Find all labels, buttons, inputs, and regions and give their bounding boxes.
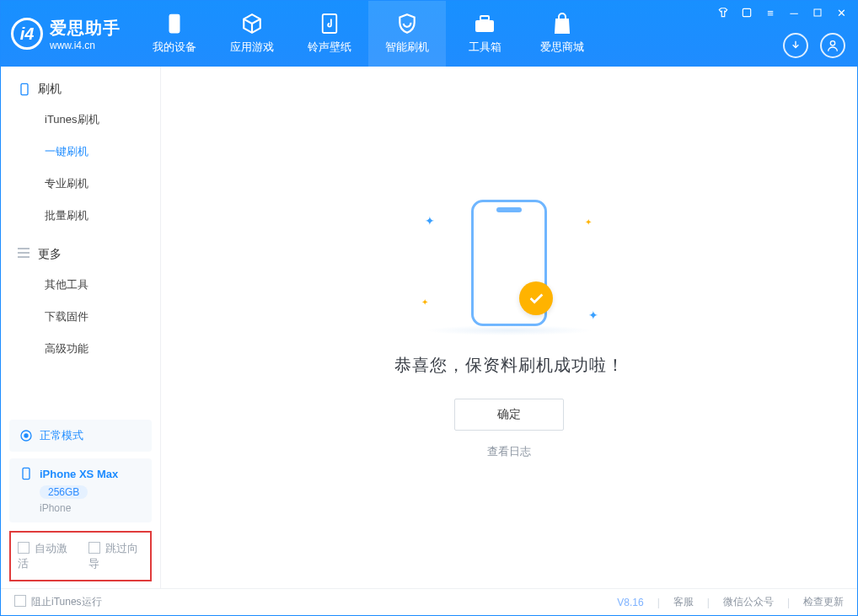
svg-rect-4 bbox=[475, 20, 494, 32]
svg-rect-7 bbox=[21, 83, 28, 94]
svg-rect-5 bbox=[480, 16, 489, 20]
cube-icon bbox=[241, 13, 263, 35]
sidebar-item-itunes-flash[interactable]: iTunes刷机 bbox=[1, 104, 160, 136]
tab-label: 爱思商城 bbox=[540, 40, 584, 55]
device-mode-label: 正常模式 bbox=[40, 428, 83, 443]
device-name-label: iPhone XS Max bbox=[40, 468, 118, 480]
checkbox-block-itunes[interactable]: 阻止iTunes运行 bbox=[14, 595, 102, 609]
separator: | bbox=[707, 597, 710, 608]
separator: | bbox=[787, 597, 790, 608]
check-badge-icon bbox=[519, 281, 553, 315]
checkbox-auto-activate[interactable]: 自动激活 bbox=[18, 541, 73, 571]
version-label: V8.16 bbox=[617, 597, 643, 608]
tab-label: 工具箱 bbox=[469, 40, 501, 55]
device-info-box[interactable]: iPhone XS Max 256GB iPhone bbox=[9, 458, 152, 522]
shadow-ellipse bbox=[425, 325, 593, 335]
svg-rect-0 bbox=[743, 8, 750, 16]
footer: 阻止iTunes运行 V8.16 | 客服 | 微信公众号 | 检查更新 bbox=[1, 588, 857, 615]
body: 刷机 iTunes刷机 一键刷机 专业刷机 批量刷机 更多 其他工具 下载固件 … bbox=[1, 67, 857, 588]
checkbox-icon bbox=[18, 542, 29, 554]
tab-ringtones[interactable]: 铃声壁纸 bbox=[291, 1, 368, 67]
sidebar-head-more: 更多 bbox=[1, 247, 160, 269]
phone-small-icon bbox=[19, 467, 33, 480]
sidebar-item-pro-flash[interactable]: 专业刷机 bbox=[1, 168, 160, 200]
user-button[interactable] bbox=[820, 33, 845, 58]
tab-label: 智能刷机 bbox=[385, 40, 429, 55]
sidebar: 刷机 iTunes刷机 一键刷机 专业刷机 批量刷机 更多 其他工具 下载固件 … bbox=[1, 67, 161, 588]
checkbox-icon bbox=[14, 595, 26, 607]
sparkle-icon: ✦ bbox=[585, 217, 592, 227]
close-icon[interactable]: ✕ bbox=[834, 6, 849, 19]
sidebar-section-title: 更多 bbox=[38, 247, 62, 262]
sparkle-icon: ✦ bbox=[425, 214, 435, 228]
list-icon bbox=[18, 248, 31, 261]
sync-icon bbox=[19, 429, 33, 442]
download-button[interactable] bbox=[783, 33, 808, 58]
tab-label: 应用游戏 bbox=[230, 40, 274, 55]
sidebar-section-title: 刷机 bbox=[38, 82, 62, 97]
check-update-link[interactable]: 检查更新 bbox=[803, 595, 844, 609]
tab-flash[interactable]: 智能刷机 bbox=[368, 1, 446, 67]
tab-label: 我的设备 bbox=[153, 40, 196, 55]
header: ≡ ─ ✕ i4 爱思助手 www.i4.cn 我的设备 bbox=[1, 1, 857, 67]
sidebar-item-download-firmware[interactable]: 下载固件 bbox=[1, 301, 160, 333]
window-controls: ≡ ─ ✕ bbox=[716, 6, 849, 19]
wechat-link[interactable]: 微信公众号 bbox=[723, 595, 774, 609]
header-tabs: 我的设备 应用游戏 铃声壁纸 智能刷机 bbox=[136, 1, 601, 67]
minimize-icon[interactable]: ─ bbox=[786, 6, 802, 19]
music-file-icon bbox=[319, 13, 341, 35]
tab-apps-games[interactable]: 应用游戏 bbox=[213, 1, 291, 67]
svg-rect-2 bbox=[169, 14, 180, 34]
sparkle-icon: ✦ bbox=[588, 308, 598, 322]
sidebar-item-batch-flash[interactable]: 批量刷机 bbox=[1, 200, 160, 232]
main-content: ✦ ✦ ✦ ✦ 恭喜您，保资料刷机成功啦！ 确定 查看日志 bbox=[161, 67, 857, 588]
device-mode-box[interactable]: 正常模式 bbox=[9, 420, 152, 452]
app-name: 爱思助手 bbox=[50, 17, 121, 40]
sidebar-item-oneclick-flash[interactable]: 一键刷机 bbox=[1, 136, 160, 168]
sparkle-icon: ✦ bbox=[421, 297, 428, 307]
view-log-link[interactable]: 查看日志 bbox=[487, 444, 531, 459]
tab-toolbox[interactable]: 工具箱 bbox=[446, 1, 523, 67]
device-type-label: iPhone bbox=[40, 502, 142, 514]
app-window: ≡ ─ ✕ i4 爱思助手 www.i4.cn 我的设备 bbox=[0, 0, 858, 616]
sidebar-item-other-tools[interactable]: 其他工具 bbox=[1, 269, 160, 301]
tab-label: 铃声壁纸 bbox=[308, 40, 351, 55]
svg-rect-9 bbox=[23, 468, 29, 479]
success-message: 恭喜您，保资料刷机成功啦！ bbox=[394, 354, 625, 377]
svg-rect-1 bbox=[814, 9, 821, 16]
shirt-icon[interactable] bbox=[716, 6, 731, 19]
checkbox-label: 阻止iTunes运行 bbox=[31, 596, 102, 608]
logo-text: 爱思助手 www.i4.cn bbox=[50, 17, 121, 51]
tab-store[interactable]: 爱思商城 bbox=[523, 1, 601, 67]
logo-badge-icon: i4 bbox=[11, 18, 43, 50]
device-storage-pill: 256GB bbox=[40, 485, 88, 499]
menu-icon[interactable]: ≡ bbox=[763, 6, 778, 19]
highlighted-options: 自动激活 跳过向导 bbox=[9, 531, 152, 581]
device-icon bbox=[164, 13, 185, 35]
tab-my-device[interactable]: 我的设备 bbox=[136, 1, 213, 67]
refresh-shield-icon bbox=[396, 13, 418, 35]
phone-icon bbox=[18, 83, 31, 96]
settings-icon[interactable] bbox=[739, 6, 754, 19]
toolbox-icon bbox=[474, 13, 496, 35]
checkbox-icon bbox=[88, 542, 100, 554]
maximize-icon[interactable] bbox=[810, 6, 825, 19]
sidebar-section-flash: 刷机 iTunes刷机 一键刷机 专业刷机 批量刷机 bbox=[1, 67, 160, 232]
checkbox-skip-guide[interactable]: 跳过向导 bbox=[88, 541, 144, 571]
phone-outline-icon bbox=[471, 200, 547, 326]
sidebar-section-more: 更多 其他工具 下载固件 高级功能 bbox=[1, 232, 160, 365]
success-illustration: ✦ ✦ ✦ ✦ bbox=[416, 196, 602, 330]
logo: i4 爱思助手 www.i4.cn bbox=[1, 1, 136, 67]
bag-icon bbox=[551, 13, 573, 35]
sidebar-item-advanced[interactable]: 高级功能 bbox=[1, 333, 160, 365]
separator: | bbox=[657, 597, 660, 608]
ok-button[interactable]: 确定 bbox=[454, 399, 564, 431]
sidebar-head-flash: 刷机 bbox=[1, 82, 160, 104]
support-link[interactable]: 客服 bbox=[673, 595, 694, 609]
svg-point-6 bbox=[830, 41, 834, 46]
app-url: www.i4.cn bbox=[50, 40, 121, 51]
